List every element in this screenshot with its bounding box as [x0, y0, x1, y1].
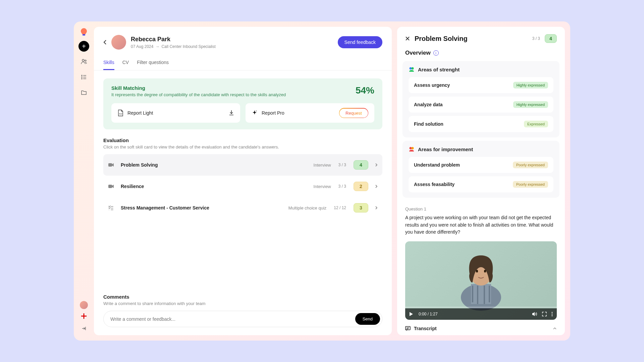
svg-rect-32 — [406, 326, 410, 330]
sidebar-candidates-icon[interactable] — [78, 56, 89, 67]
svg-point-31 — [552, 315, 553, 316]
candidate-avatar — [111, 35, 126, 50]
svg-rect-21 — [471, 284, 491, 304]
svg-point-30 — [552, 314, 553, 315]
candidate-header: Rebecca Park 07 Aug 2024 → Call Center I… — [94, 27, 392, 56]
sparkle-icon — [252, 110, 258, 116]
video-player[interactable]: 0:00 / 1:27 — [405, 241, 557, 320]
svg-point-2 — [85, 60, 86, 61]
item-name: Find solution — [414, 121, 524, 127]
close-icon[interactable] — [405, 36, 410, 41]
tab-filter-questions[interactable]: Filter questions — [137, 56, 169, 70]
info-icon[interactable]: i — [433, 50, 439, 56]
question-label: Question 1 — [405, 206, 557, 212]
left-sidebar: + — [74, 21, 94, 341]
score-pill: 3 — [354, 203, 368, 213]
svg-point-19 — [412, 147, 414, 149]
transcript-label: Transcript — [414, 326, 549, 331]
camera-icon — [108, 184, 115, 189]
candidate-role: Call Center Inbound Specialist — [161, 44, 215, 49]
svg-point-5 — [82, 77, 82, 77]
evaluation-header: Evaluation Click on the soft skill card … — [103, 137, 382, 149]
comments-section: Comments Write a comment to share inform… — [94, 294, 392, 335]
strength-item: Find solutionExpressed — [409, 116, 553, 132]
language-flag[interactable] — [81, 313, 87, 319]
svg-point-13 — [256, 111, 257, 111]
app-window: + Rebecca Park — [74, 21, 570, 341]
svg-rect-0 — [83, 34, 85, 36]
video-time: 0:00 / 1:27 — [419, 312, 438, 316]
eval-row[interactable]: Stress Management - Customer ServiceMult… — [103, 197, 382, 219]
video-thumbnail — [454, 250, 508, 311]
eval-title: Stress Management - Customer Service — [121, 205, 288, 210]
detail-count: 3 / 3 — [532, 36, 540, 41]
score-pill: 4 — [354, 160, 368, 170]
user-avatar-small[interactable] — [80, 301, 88, 309]
svg-point-17 — [412, 67, 414, 70]
request-button[interactable]: Request — [339, 108, 368, 118]
report-pro-label: Report Pro — [262, 110, 284, 116]
svg-point-16 — [410, 67, 412, 70]
sidebar-folder-icon[interactable] — [78, 87, 89, 98]
candidate-date: 07 Aug 2024 — [131, 44, 153, 49]
question-section: Question 1 A project you were working on… — [402, 201, 559, 335]
svg-point-3 — [82, 75, 82, 76]
expression-badge: Expressed — [524, 121, 548, 127]
more-icon[interactable] — [551, 312, 553, 316]
detail-header: Problem Solving 3 / 3 4 — [397, 27, 565, 46]
checklist-icon — [108, 205, 115, 210]
svg-point-29 — [552, 312, 553, 313]
chevron-up-icon — [553, 327, 557, 330]
detail-body: Areas of strenght Assess urgencyHighly e… — [397, 58, 565, 335]
eval-row[interactable]: ResilienceInterview3 / 32 — [103, 176, 382, 197]
svg-point-1 — [82, 59, 84, 61]
content-area: Skill Matching It represents the degree … — [94, 70, 392, 294]
expression-badge: Highly expressed — [513, 82, 548, 88]
improvement-section: Areas for improvement Understand problem… — [402, 141, 559, 198]
app-logo — [80, 28, 88, 36]
eval-count: 3 / 3 — [338, 184, 346, 189]
video-progress-bar[interactable] — [405, 307, 557, 308]
candidate-name: Rebecca Park — [131, 36, 216, 43]
comment-input[interactable] — [110, 316, 355, 322]
skill-matching-subtitle: It represents the degree of compatibilit… — [111, 92, 286, 97]
expression-badge: Poorly expressed — [513, 162, 548, 168]
send-comment-button[interactable]: Send — [355, 313, 380, 325]
svg-point-18 — [410, 147, 412, 149]
play-icon[interactable] — [409, 312, 413, 316]
svg-rect-14 — [108, 163, 112, 167]
fullscreen-icon[interactable] — [542, 312, 547, 316]
skill-matching-card: Skill Matching It represents the degree … — [103, 78, 382, 129]
eval-type: Multiple choice quiz — [288, 205, 326, 210]
sidebar-bottom — [78, 301, 89, 334]
download-icon[interactable] — [229, 110, 234, 116]
item-name: Assess feasability — [414, 182, 513, 187]
report-light-card: PDF Report Light — [111, 103, 240, 123]
comments-subtitle: Write a comment to share information wit… — [103, 301, 382, 306]
evaluation-list: Problem SolvingInterview3 / 34Resilience… — [103, 154, 382, 219]
strengths-label: Areas of strenght — [418, 67, 460, 72]
tab-skills[interactable]: Skills — [103, 56, 114, 70]
camera-icon — [108, 163, 115, 167]
evaluation-title: Evaluation — [103, 137, 382, 143]
improvement-icon — [409, 146, 415, 152]
add-button[interactable]: + — [78, 41, 89, 52]
chevron-right-icon — [375, 206, 378, 210]
back-button[interactable] — [103, 40, 107, 45]
strength-item: Analyze dataHighly expressed — [409, 97, 553, 113]
pdf-icon: PDF — [117, 110, 123, 116]
collapse-sidebar-icon[interactable] — [78, 323, 89, 334]
expression-badge: Highly expressed — [513, 101, 548, 108]
sidebar-list-icon[interactable] — [78, 72, 89, 82]
volume-icon[interactable] — [532, 312, 537, 316]
tab-cv[interactable]: CV — [122, 56, 129, 70]
eval-row[interactable]: Problem SolvingInterview3 / 34 — [103, 154, 382, 176]
detail-panel: Problem Solving 3 / 3 4 Overview i Areas… — [397, 27, 565, 335]
send-feedback-button[interactable]: Send feedback — [338, 36, 382, 48]
svg-point-28 — [484, 270, 486, 273]
transcript-toggle[interactable]: Transcript — [405, 326, 557, 331]
detail-title: Problem Solving — [415, 35, 528, 43]
transcript-text: Well, I think if you've got a team of 10… — [405, 335, 557, 335]
strengths-icon — [409, 66, 415, 72]
svg-text:PDF: PDF — [119, 113, 122, 115]
